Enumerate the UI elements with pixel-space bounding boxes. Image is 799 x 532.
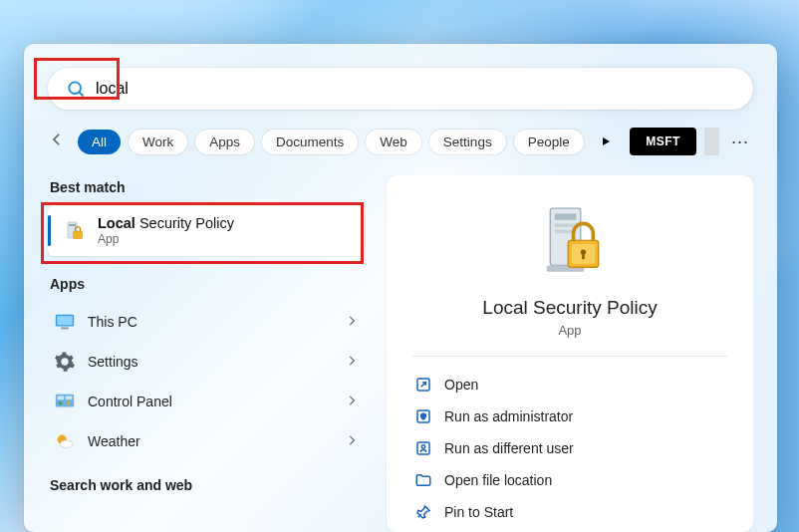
user-icon [414, 439, 432, 457]
local-security-policy-icon [62, 219, 86, 243]
app-label: Control Panel [88, 394, 172, 409]
divider [412, 356, 727, 357]
svg-point-12 [67, 401, 71, 405]
app-label: Weather [88, 433, 140, 449]
svg-rect-9 [58, 397, 64, 400]
filter-settings[interactable]: Settings [429, 130, 506, 154]
chevron-right-icon [345, 394, 359, 410]
folder-icon [414, 471, 432, 489]
app-item-settings[interactable]: Settings [48, 342, 365, 382]
search-work-web-label: Search work and web [50, 477, 365, 493]
search-input[interactable] [96, 80, 735, 98]
preview-title: Local Security Policy [412, 297, 727, 319]
results-column: Best match Local Security Policy App App… [48, 175, 365, 532]
svg-point-27 [421, 445, 424, 448]
svg-rect-3 [69, 224, 76, 226]
action-label: Pin to Start [444, 504, 513, 520]
chevron-right-icon [345, 314, 359, 331]
play-icon[interactable] [598, 135, 615, 147]
svg-point-11 [59, 401, 63, 405]
search-box[interactable] [48, 68, 753, 110]
gear-icon [54, 351, 76, 373]
app-item-this-pc[interactable]: This PC [48, 302, 365, 342]
best-match-result[interactable]: Local Security Policy App [48, 205, 365, 256]
app-label: Settings [88, 354, 138, 370]
chevron-right-icon [345, 433, 359, 450]
weather-icon [54, 430, 76, 452]
control-panel-icon [54, 391, 76, 412]
svg-rect-10 [66, 397, 72, 400]
preview-subtitle: App [412, 323, 727, 338]
svg-point-14 [60, 440, 73, 447]
monitor-icon [54, 311, 76, 333]
svg-rect-23 [582, 253, 585, 259]
apps-label: Apps [50, 276, 365, 292]
svg-rect-17 [555, 223, 577, 227]
filter-row: All Work Apps Documents Web Settings Peo… [48, 128, 753, 155]
svg-rect-7 [61, 328, 68, 330]
action-label: Open [444, 377, 478, 393]
shield-icon [414, 407, 432, 425]
filter-all[interactable]: All [78, 130, 121, 154]
action-label: Run as administrator [444, 408, 573, 424]
preview-hero-icon [527, 201, 613, 287]
back-arrow-icon[interactable] [48, 131, 66, 152]
best-match-subtitle: App [98, 232, 234, 246]
action-label: Open file location [444, 472, 552, 488]
filter-documents[interactable]: Documents [262, 130, 358, 154]
action-open-location[interactable]: Open file location [412, 464, 727, 496]
action-pin-start[interactable]: Pin to Start [412, 496, 727, 528]
search-window: All Work Apps Documents Web Settings Peo… [24, 44, 777, 532]
filter-web[interactable]: Web [366, 130, 421, 154]
filter-apps[interactable]: Apps [195, 130, 254, 154]
best-match-title: Local Security Policy [98, 215, 234, 231]
svg-rect-6 [57, 316, 73, 325]
account-button[interactable]: MSFT [630, 128, 696, 155]
app-item-weather[interactable]: Weather [48, 421, 365, 461]
action-open[interactable]: Open [412, 369, 727, 400]
chevron-right-icon [345, 354, 359, 371]
app-item-control-panel[interactable]: Control Panel [48, 382, 365, 421]
svg-line-1 [80, 93, 84, 97]
open-icon [414, 376, 432, 394]
action-run-user[interactable]: Run as different user [412, 432, 727, 464]
pin-icon [414, 503, 432, 521]
preview-panel: Local Security Policy App Open Run as ad… [387, 175, 753, 532]
search-icon [66, 79, 86, 99]
more-icon[interactable]: ··· [727, 132, 753, 152]
svg-point-0 [69, 82, 81, 94]
app-label: This PC [88, 314, 137, 330]
avatar-placeholder[interactable] [704, 128, 719, 155]
svg-rect-4 [74, 231, 83, 239]
filter-people[interactable]: People [514, 130, 584, 154]
action-label: Run as different user [444, 440, 574, 456]
action-run-admin[interactable]: Run as administrator [412, 400, 727, 432]
best-match-label: Best match [50, 179, 365, 195]
filter-work[interactable]: Work [129, 130, 187, 154]
svg-rect-16 [555, 214, 577, 220]
